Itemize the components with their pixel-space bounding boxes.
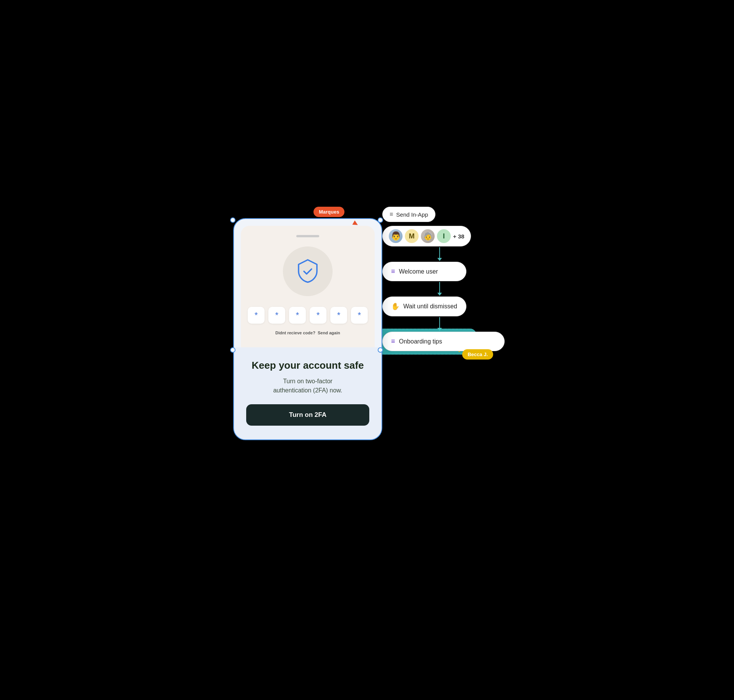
connector-2 — [437, 282, 442, 296]
connector-1 — [437, 247, 442, 261]
welcome-label: Welcome user — [399, 268, 438, 275]
resend-prompt: Didnt recieve code? — [275, 331, 315, 335]
phone-screen: * * * * * * Didnt recieve code? Send aga… — [241, 226, 375, 347]
flow-panel: ≡ Send In-App M I + 38 ≡ Welcome user — [378, 207, 501, 351]
pin-box-6[interactable]: * — [351, 307, 368, 324]
phone-notch — [296, 235, 319, 237]
bottom-heading: Keep your account safe — [246, 360, 369, 371]
onboarding-tips-pill[interactable]: ≡ Onboarding tips — [382, 332, 505, 351]
avatar-photo-1 — [389, 229, 403, 243]
becca-badge: Becca J. — [462, 349, 493, 360]
wait-dismissed-pill[interactable]: ✋ Wait until dismissed — [382, 297, 466, 316]
connector-line-3 — [439, 317, 440, 328]
avatar-count: + 38 — [453, 233, 464, 240]
avatar-photo-2 — [421, 229, 435, 243]
welcome-icon: ≡ — [391, 267, 395, 275]
send-inapp-pill[interactable]: ≡ Send In-App — [382, 207, 435, 222]
pin-box-1[interactable]: * — [248, 307, 265, 324]
welcome-user-pill[interactable]: ≡ Welcome user — [382, 262, 466, 281]
shield-icon — [294, 258, 322, 285]
bottom-body: Turn on two-factorauthentication (2FA) n… — [246, 377, 369, 395]
send-inapp-icon: ≡ — [390, 211, 393, 218]
pin-input-row: * * * * * * — [248, 307, 368, 324]
pin-box-3[interactable]: * — [289, 307, 306, 324]
connector-arrow-1 — [437, 258, 442, 261]
onboarding-icon: ≡ — [391, 337, 395, 345]
connector-line-1 — [439, 247, 440, 258]
send-inapp-label: Send In-App — [396, 211, 428, 218]
marques-badge: Marques — [313, 207, 344, 217]
shield-circle — [283, 246, 333, 296]
resend-text: Didnt recieve code? Send again — [275, 331, 340, 335]
connector-line-2 — [439, 282, 440, 293]
selection-handle-tr[interactable] — [378, 217, 383, 223]
pin-box-2[interactable]: * — [268, 307, 285, 324]
pin-box-4[interactable]: * — [310, 307, 326, 324]
onboarding-label: Onboarding tips — [399, 338, 442, 345]
turn-on-2fa-button[interactable]: Turn on 2FA — [246, 404, 369, 426]
avatar-i: I — [437, 229, 451, 243]
resend-link[interactable]: Send again — [318, 331, 340, 335]
selection-handle-br[interactable] — [378, 347, 383, 353]
scene: Marques ▲ * * * * * * Didnt reci — [233, 207, 501, 493]
wait-label: Wait until dismissed — [403, 303, 457, 310]
connector-arrow-2 — [437, 293, 442, 296]
onboarding-box: ≡ Onboarding tips Becca J. ▲ — [382, 332, 505, 351]
bottom-card: Keep your account safe Turn on two-facto… — [234, 347, 382, 439]
pin-box-5[interactable]: * — [330, 307, 347, 324]
selection-handle-bl[interactable] — [230, 347, 235, 353]
selection-handle-tl[interactable] — [230, 217, 235, 223]
avatar-m: M — [405, 229, 419, 243]
avatars-pill: M I + 38 — [382, 226, 471, 246]
phone-card: * * * * * * Didnt recieve code? Send aga… — [233, 218, 382, 440]
wait-icon: ✋ — [391, 302, 399, 311]
